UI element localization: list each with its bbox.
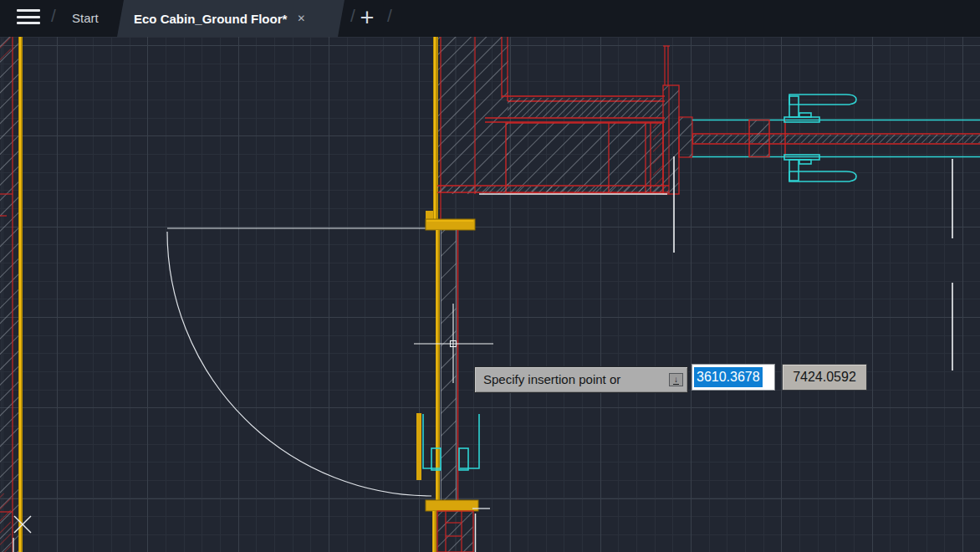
door-handle-bottom[interactable] (784, 155, 856, 181)
door-handle-top[interactable] (784, 95, 856, 122)
right-door-assembly[interactable] (679, 95, 980, 371)
prompt-options-dropdown-button[interactable]: ↓ (669, 373, 683, 386)
file-tab-bar: / Start Eco Cabin_Ground Floor* ✕ / + / (0, 0, 980, 37)
door-handle-right[interactable] (459, 414, 479, 470)
dynamic-input-prompt: Specify insertion point or ↓ (474, 366, 688, 393)
x-coordinate-value: 3610.3678 (694, 367, 763, 387)
new-tab-button[interactable]: + (355, 1, 380, 36)
menu-hamburger-icon[interactable] (17, 9, 40, 28)
tab-separator: / (51, 6, 56, 26)
left-wall[interactable] (0, 37, 31, 552)
autocad-window: { "tab_bar": { "separator": "/", "start_… (0, 0, 980, 552)
center-door[interactable] (167, 211, 490, 511)
drawing-viewport[interactable] (0, 37, 980, 552)
prompt-text: Specify insertion point or (483, 372, 620, 386)
center-wall-lower[interactable] (432, 511, 476, 552)
active-tab-label: Eco Cabin_Ground Floor* (134, 12, 287, 26)
down-arrow-icon: ↓ (673, 376, 679, 385)
y-coordinate-input[interactable]: 7424.0592 (782, 364, 867, 391)
door-swing-arc[interactable] (167, 232, 431, 496)
y-coordinate-value: 7424.0592 (793, 370, 856, 385)
x-coordinate-input[interactable]: 3610.3678 (692, 364, 775, 391)
tab-active-drawing[interactable]: Eco Cabin_Ground Floor* ✕ (117, 0, 345, 37)
drawing-canvas[interactable]: Specify insertion point or ↓ 3610.3678 7… (0, 37, 980, 552)
tab-separator: / (387, 6, 392, 26)
close-tab-icon[interactable]: ✕ (295, 12, 307, 25)
tab-start[interactable]: Start (67, 0, 104, 37)
